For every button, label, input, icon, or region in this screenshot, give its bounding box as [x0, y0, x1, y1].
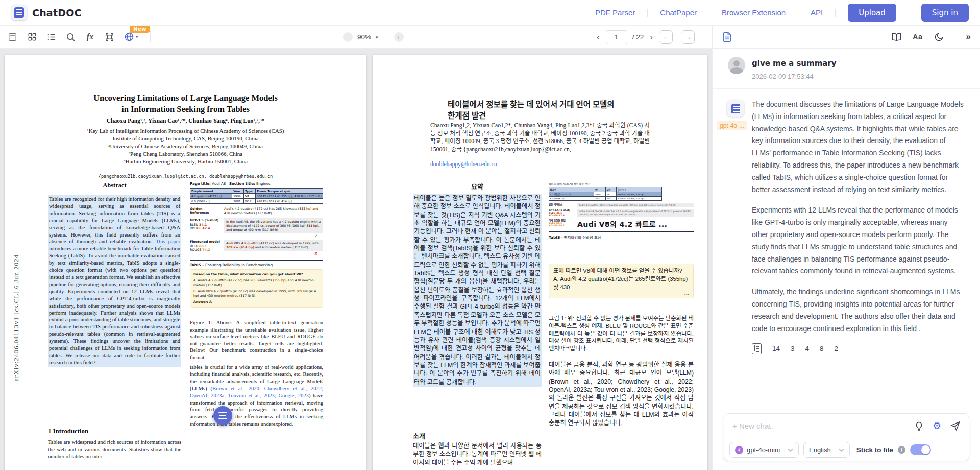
- assistant-avatar-icon: [727, 100, 744, 117]
- prev-page-icon[interactable]: ‹: [596, 33, 601, 41]
- arxiv-watermark: arXiv:2406.04113v1 [cs.CL] 6 Jun 2024: [12, 167, 20, 381]
- golden-reference-label: Golden Reference:: [190, 207, 209, 214]
- user-avatar: [728, 57, 745, 74]
- citation-link[interactable]: 14: [772, 345, 780, 353]
- nav-links: PDF Parser ChatPaper Browser Extension A…: [595, 4, 969, 22]
- table-header-cell: Power Torque at rpm: [255, 189, 323, 194]
- citation-link[interactable]: 2: [835, 345, 839, 353]
- citation-link[interactable]: 4: [805, 345, 810, 353]
- nav-link-pdf-parser[interactable]: PDF Parser: [595, 8, 635, 17]
- table-cell: 6.0 (5998 cc): [549, 197, 594, 201]
- brand[interactable]: ChatDOC: [11, 5, 82, 20]
- option-a: A. Audi's 4.2 quattro (4172 cc) has 265 …: [193, 278, 320, 288]
- toolbar-divider: [150, 31, 151, 42]
- translated-abstract-heading: 요약: [413, 181, 542, 191]
- tabis-caption-line: TabIS - 벤치마킹의 신뢰성 보장: [549, 231, 694, 240]
- chat-composer: + New chat. ⚙ ✳ gpt-4o-mini English Stic…: [724, 413, 969, 461]
- dark-mode-icon[interactable]: [934, 32, 944, 42]
- new-chat-input[interactable]: + New chat.: [732, 421, 905, 430]
- question-text: 표에 따르면 V8에 대해 어떤 정보를 얻을 수 있습니까?: [553, 267, 689, 275]
- zoom-caret-icon[interactable]: ▾: [376, 35, 378, 40]
- abstract-part: Tables are recognized for their high inf…: [49, 196, 180, 244]
- nav-link-chatpaper[interactable]: ChatPaper: [660, 8, 697, 17]
- tabis-rest: - 벤치마킹의 신뢰성 보장: [560, 235, 601, 240]
- zoom-level[interactable]: 90%: [357, 33, 371, 41]
- prompt-ideas-icon[interactable]: [914, 421, 924, 431]
- chat-panel: give me a summary 2026-02-09 17:53:44 gp…: [712, 49, 980, 470]
- gpt35-output-text: In the Audi A8, the V8 variant has a 4.2…: [577, 209, 694, 217]
- chat-settings-icon[interactable]: ⚙: [933, 421, 941, 431]
- language-selector[interactable]: English: [803, 442, 850, 458]
- summary-paragraph-1: The document discusses the limitations o…: [752, 99, 966, 196]
- page-title-value: Audi A8: [212, 182, 226, 186]
- abstract-link[interactable]: This paper: [156, 239, 180, 244]
- citation-link[interactable]: 8: [820, 345, 824, 353]
- translated-authors: Chaoxu Pang1,2, Yixuan Cao1,2*, Chunhao …: [430, 122, 650, 153]
- table-header-cell: Year: [232, 189, 244, 194]
- chevron-down-icon[interactable]: ▾: [136, 35, 138, 39]
- introduction-heading: 1 Introduction: [48, 428, 181, 435]
- model-label: Finetuned model: [190, 240, 220, 243]
- gpt35-label-block: GPT-3.5 (1-shot) BLEU 34.1 ROUGE 47.4: [549, 209, 575, 217]
- translate-menu[interactable]: New ▾: [124, 32, 138, 42]
- screenshot-icon[interactable]: [104, 32, 115, 42]
- question-text: Based on the table, what information can…: [193, 272, 320, 277]
- message-divider: [713, 88, 980, 89]
- model-selector[interactable]: ✳ gpt-4o-mini: [729, 442, 799, 458]
- translated-intro-heading: 소개: [413, 431, 542, 440]
- next-page-icon[interactable]: ›: [649, 33, 654, 41]
- floating-translate-button[interactable]: [213, 406, 232, 425]
- summary-paragraph-2: Experiments with 12 LLMs reveal that the…: [752, 204, 966, 277]
- bleu-label: BLEU: [190, 244, 198, 248]
- stick-to-file-toggle[interactable]: [910, 444, 931, 455]
- history-back-button[interactable]: ←: [659, 30, 673, 44]
- zoom-in-button[interactable]: +: [394, 32, 404, 42]
- stick-to-file-label: Stick to file: [856, 446, 893, 454]
- chat-panel-header: Aa »: [712, 26, 980, 49]
- translated-title-line1: 테이블에서 정보를 찾는 데 있어서 거대 언어 모델의: [448, 98, 615, 109]
- translate-globe-icon[interactable]: [124, 32, 134, 42]
- nav-link-api[interactable]: API: [811, 8, 823, 17]
- page-grid-icon[interactable]: [27, 32, 37, 42]
- formula-icon[interactable]: fx: [85, 32, 95, 42]
- thumbnail-panel-icon[interactable]: [7, 32, 18, 42]
- rouge-value: ROUGE 47.4: [549, 214, 575, 217]
- history-forward-button[interactable]: →: [681, 30, 695, 44]
- nav-separator: [909, 9, 909, 17]
- font-size-icon[interactable]: Aa: [913, 33, 923, 41]
- table-cell: 2001: [594, 197, 606, 201]
- current-file-icon[interactable]: [722, 32, 732, 42]
- upload-button[interactable]: Upload: [848, 4, 896, 22]
- pdf-page-original: arXiv:2406.04113v1 [cs.CL] 6 Jun 2024 Un…: [5, 55, 366, 470]
- sources-icon[interactable]: [752, 343, 762, 354]
- search-icon[interactable]: [65, 32, 76, 42]
- introduction-text: Tables are widespread and rich sources o…: [48, 439, 181, 460]
- citation-link[interactable]: 3: [791, 345, 795, 353]
- book-view-icon[interactable]: [891, 32, 902, 42]
- nav-separator: [647, 9, 648, 17]
- affiliation-line: ¹Key Lab of Intelligent Information Proc…: [5, 128, 366, 134]
- nav-separator: [835, 9, 836, 17]
- pdf-page-translated: 테이블에서 정보를 찾는 데 있어서 거대 언어 모델의 한계점 발견 Chao…: [373, 55, 707, 470]
- assistant-message: gpt-4o-... The document discusses the li…: [713, 96, 980, 354]
- table-cell: 360 PS (265 kW; 355 hp); 430 N·m (317 lb…: [255, 194, 323, 199]
- zoom-out-button[interactable]: −: [343, 32, 353, 42]
- signin-button[interactable]: Sign in: [921, 4, 969, 22]
- info-icon[interactable]: i: [898, 446, 905, 454]
- ellipsis: ...: [553, 291, 689, 295]
- check-icon: ✓: [190, 234, 323, 239]
- table-cell: 420 PS (309 kW; 414 hp): [255, 199, 323, 204]
- send-icon[interactable]: [950, 421, 961, 431]
- translated-figure-caption: 그림 1: 위: 신뢰할 수 없는 평가 문제를 보여주는 단순화된 테이블-텍…: [549, 315, 694, 353]
- author-email-link[interactable]: doublehappy@hrbeu.edu.cn: [430, 161, 497, 168]
- outline-list-icon[interactable]: [46, 32, 57, 42]
- figure-table-titles: 페이지 제목: Audi A8 섹션 제목: 엔진: [549, 182, 694, 185]
- nav-link-browser-extension[interactable]: Browser Extension: [722, 8, 786, 17]
- abstract-part: introduces a more reliable benchmark for…: [49, 246, 180, 365]
- page-number-input[interactable]: 1: [606, 30, 627, 44]
- figure-caption: Figure 1: Above: A simplified table-to-t…: [190, 319, 323, 361]
- pdf-viewer[interactable]: arXiv:2406.04113v1 [cs.CL] 6 Jun 2024 Un…: [0, 49, 712, 470]
- collapse-panel-icon[interactable]: »: [966, 32, 971, 42]
- abstract-heading: Abstract: [48, 182, 181, 190]
- table-cell: 1999: [232, 194, 244, 199]
